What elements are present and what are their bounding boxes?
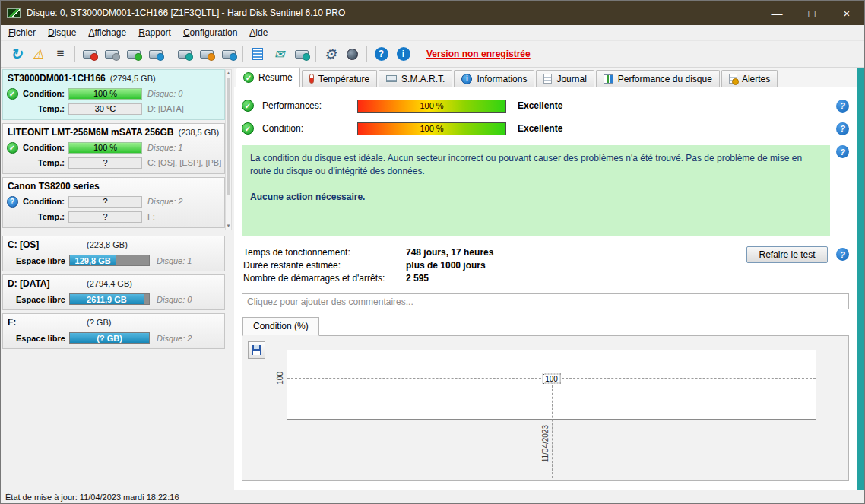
window-title: Disque: 0, ST3000DM001-1CH166 [Z1F3QLTL]…	[27, 8, 759, 18]
tab-informations[interactable]: i Informations	[454, 70, 534, 87]
tab-resume[interactable]: ✓ Résumé	[236, 68, 300, 87]
menu-fichier[interactable]: Fichier	[2, 26, 42, 40]
stat-label: Temps de fonctionnement:	[243, 247, 406, 258]
temp-value: ?	[68, 157, 142, 169]
condition-label: Condition:	[21, 197, 68, 206]
partition-size: (? GB)	[87, 318, 220, 327]
smart-gauge-icon	[386, 75, 397, 82]
disk-neutral-button[interactable]	[101, 44, 122, 65]
tab-label: Alertes	[742, 74, 770, 84]
retest-button[interactable]: Refaire le test	[746, 246, 828, 263]
disk-number: Disque: 0	[150, 295, 224, 304]
disk-item-0[interactable]: ST3000DM001-1CH166 (2794,5 GB) ✓ Conditi…	[2, 69, 225, 120]
disk-wrench-icon	[200, 50, 214, 59]
partition-item-0[interactable]: C: [OS] (223,8 GB) Espace libre 129,8 GB…	[2, 236, 225, 271]
chart-y-tick: 100	[276, 372, 284, 385]
scrollbar-thumb[interactable]	[227, 78, 230, 195]
tab-smart[interactable]: S.M.A.R.T.	[379, 70, 452, 87]
temp-label: Temp.:	[21, 212, 68, 221]
main-scrollbar[interactable]	[857, 68, 864, 490]
disk-tools-button[interactable]	[196, 44, 217, 65]
disk-copy-button[interactable]	[218, 44, 239, 65]
help-button[interactable]: ?	[371, 44, 391, 65]
condition-chart-panel: 100 100 11/04/2023	[242, 335, 849, 481]
health-message: La condition du disque est idéale. Aucun…	[250, 152, 822, 179]
disk-test-button[interactable]	[123, 44, 144, 65]
gear-icon: ⚙	[324, 46, 337, 63]
scroll-up-icon[interactable]: ▲	[226, 70, 231, 77]
menu-rapport[interactable]: Rapport	[132, 26, 177, 40]
free-space-value: (? GB)	[70, 333, 149, 343]
minimize-button[interactable]: —	[759, 1, 794, 25]
help-icon[interactable]: ?	[836, 122, 849, 135]
toolbar-separator	[315, 46, 316, 62]
free-space-label: Espace libre	[16, 256, 69, 265]
disk-search-button[interactable]	[145, 44, 166, 65]
mail-icon: ✉	[274, 47, 284, 62]
report-button[interactable]: ≡	[50, 44, 71, 65]
menu-affichage[interactable]: Affichage	[82, 26, 132, 40]
unregistered-version-link[interactable]: Version non enregistrée	[426, 49, 531, 59]
temp-value: ?	[68, 211, 142, 223]
title-bar: Disque: 0, ST3000DM001-1CH166 [Z1F3QLTL]…	[1, 1, 864, 25]
disk-item-2[interactable]: Canon TS8200 series ? Condition: ? Disqu…	[2, 177, 225, 228]
tab-label: S.M.A.R.T.	[401, 74, 445, 84]
sound-button[interactable]	[342, 44, 363, 65]
status-ok-icon: ✓	[242, 122, 254, 135]
disk-size: (238,5 GB)	[178, 128, 219, 137]
disk-name: LITEONIT LMT-256M6M mSATA 256GB	[8, 127, 173, 138]
details-list-button[interactable]	[247, 44, 268, 65]
disk-list-scrollbar[interactable]: ▲ ▼	[225, 69, 232, 230]
partition-name: C: [OS]	[8, 239, 87, 250]
app-icon	[7, 8, 21, 18]
stat-value: 2 595	[406, 273, 849, 284]
status-unknown-icon: ?	[7, 196, 18, 208]
partition-item-2[interactable]: F: (? GB) Espace libre (? GB) Disque: 2	[2, 313, 225, 349]
help-icon[interactable]: ?	[836, 100, 849, 113]
thermometer-icon	[309, 74, 314, 84]
health-section: La condition du disque est idéale. Aucun…	[242, 145, 849, 236]
tab-journal[interactable]: Journal	[536, 70, 594, 87]
partition-size: (2794,4 GB)	[87, 279, 220, 288]
stat-row: Nombre de démarrages et d'arrêts: 2 595	[243, 271, 849, 284]
blue-list-icon	[252, 48, 263, 60]
tab-performance[interactable]: Performance du disque	[596, 70, 720, 87]
cd-burner-button[interactable]	[174, 44, 195, 65]
disk-acoustic-icon	[295, 50, 309, 59]
scroll-down-icon[interactable]: ▼	[226, 223, 231, 230]
comment-input[interactable]	[242, 293, 849, 309]
disk-remove-icon	[83, 50, 97, 59]
menu-aide[interactable]: Aide	[243, 26, 274, 40]
main-panel: ✓ Résumé Température S.M.A.R.T. i Inform…	[234, 68, 857, 490]
disk-number: Disque: 1	[150, 256, 224, 265]
maximize-button[interactable]: □	[794, 1, 829, 25]
problem-report-button[interactable]: ⚠	[28, 44, 49, 65]
help-icon[interactable]: ?	[836, 248, 849, 261]
help-icon: ?	[375, 47, 388, 61]
tab-alertes[interactable]: Alertes	[721, 70, 778, 87]
performance-row: ✓ Performances: 100 % Excellente ?	[242, 97, 849, 115]
tab-temperature[interactable]: Température	[302, 70, 377, 87]
disk-acoustic-button[interactable]	[291, 44, 312, 65]
partition-item-1[interactable]: D: [DATA] (2794,4 GB) Espace libre 2611,…	[2, 274, 225, 310]
speaker-icon	[347, 49, 358, 60]
toolbar-separator	[242, 46, 243, 62]
tab-label: Température	[318, 74, 369, 84]
alerts-icon	[729, 74, 737, 84]
menu-configuration[interactable]: Configuration	[177, 26, 243, 40]
tab-bar: ✓ Résumé Température S.M.A.R.T. i Inform…	[234, 68, 857, 87]
condition-chart-tab[interactable]: Condition (%)	[242, 317, 319, 336]
condition-chart-section: Condition (%) 100 100 11/04/2023	[242, 316, 849, 481]
save-chart-button[interactable]	[248, 341, 265, 359]
about-button[interactable]: i	[393, 44, 413, 65]
send-mail-button[interactable]: ✉	[269, 44, 290, 65]
menu-disque[interactable]: Disque	[42, 26, 82, 40]
settings-button[interactable]: ⚙	[320, 44, 341, 65]
help-icon[interactable]: ?	[836, 145, 849, 158]
disk-remove-button[interactable]	[79, 44, 100, 65]
refresh-button[interactable]: ↻	[6, 44, 27, 65]
condition-bar: ?	[68, 196, 142, 208]
disk-item-1[interactable]: LITEONIT LMT-256M6M mSATA 256GB (238,5 G…	[2, 123, 225, 174]
window-controls: — □ ×	[759, 1, 864, 25]
close-button[interactable]: ×	[829, 1, 864, 25]
